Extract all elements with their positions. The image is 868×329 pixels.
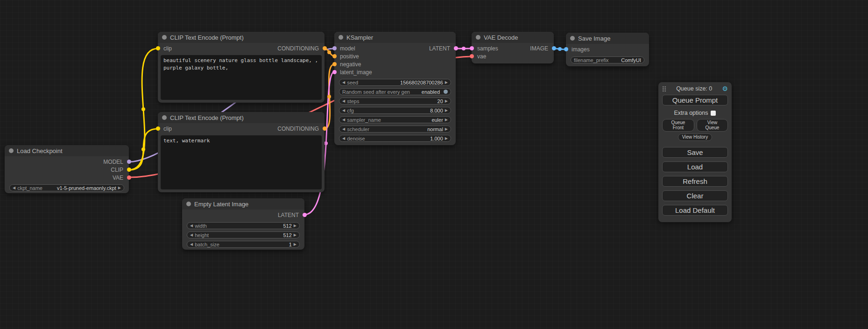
output-label-conditioning: CONDITIONING	[277, 126, 319, 132]
random-seed-toggle[interactable]: Random seed after every gen enabled	[339, 88, 451, 95]
positive-input-port[interactable]	[332, 54, 337, 58]
decrement-arrow-icon[interactable]: ◀	[342, 117, 345, 123]
decrement-arrow-icon[interactable]: ◀	[342, 135, 345, 142]
decrement-arrow-icon[interactable]: ◀	[190, 232, 193, 238]
collapse-dot-icon[interactable]	[339, 35, 343, 40]
settings-gear-icon[interactable]: ⚙	[722, 85, 728, 92]
increment-arrow-icon[interactable]: ▶	[294, 232, 296, 238]
model-output-port[interactable]	[127, 160, 131, 164]
batch-size-widget[interactable]: ◀ batch_size 1 ▶	[187, 241, 300, 248]
sampler-name-widget[interactable]: ◀ sampler_name euler ▶	[339, 116, 451, 123]
menu-drag-handle-icon[interactable]	[662, 86, 666, 92]
image-output-port[interactable]	[552, 46, 556, 50]
prompt-textarea[interactable]: text, watermark	[161, 135, 322, 189]
steps-widget[interactable]: ◀ steps 20 ▶	[339, 98, 451, 105]
images-input-port[interactable]	[564, 47, 568, 51]
view-history-button[interactable]: View History	[678, 133, 712, 141]
increment-arrow-icon[interactable]: ▶	[118, 185, 121, 191]
widget-value: v1-5-pruned-emaonly.ckpt	[57, 185, 116, 191]
decrement-arrow-icon[interactable]: ◀	[190, 223, 193, 229]
node-ksampler[interactable]: KSampler model LATENT positive negative …	[334, 32, 456, 145]
load-default-button[interactable]: Load Default	[662, 205, 728, 216]
load-button[interactable]: Load	[662, 161, 728, 172]
seed-widget[interactable]: ◀ seed 156680208700286 ▶	[339, 79, 451, 86]
clip-input-port[interactable]	[156, 126, 160, 131]
vae-output-port[interactable]	[127, 175, 131, 180]
increment-arrow-icon[interactable]: ▶	[445, 79, 448, 86]
increment-arrow-icon[interactable]: ▶	[294, 223, 296, 229]
queue-menu-panel: Queue size: 0 ⚙ Queue Prompt Extra optio…	[658, 82, 732, 222]
link-midpoint-dot	[462, 47, 466, 50]
latent-output-port[interactable]	[303, 213, 307, 217]
decrement-arrow-icon[interactable]: ◀	[342, 79, 345, 86]
collapse-dot-icon[interactable]	[476, 35, 480, 40]
decrement-arrow-icon[interactable]: ◀	[342, 107, 345, 114]
decrement-arrow-icon[interactable]: ◀	[13, 185, 15, 191]
clip-output-port[interactable]	[127, 168, 131, 172]
latent-output-port[interactable]	[454, 46, 458, 50]
queue-prompt-button[interactable]: Queue Prompt	[662, 95, 728, 105]
increment-arrow-icon[interactable]: ▶	[445, 107, 448, 114]
vae-input-port[interactable]	[470, 54, 474, 58]
widget-label: batch_size	[195, 241, 219, 248]
collapse-dot-icon[interactable]	[162, 115, 167, 120]
node-title-bar[interactable]: VAE Decode	[472, 32, 554, 43]
increment-arrow-icon[interactable]: ▶	[445, 126, 448, 133]
width-widget[interactable]: ◀ width 512 ▶	[187, 222, 300, 229]
input-label-images: images	[572, 46, 590, 53]
extra-options-checkbox[interactable]	[711, 111, 716, 116]
collapse-dot-icon[interactable]	[9, 148, 14, 153]
decrement-arrow-icon[interactable]: ◀	[342, 98, 345, 105]
refresh-button[interactable]: Refresh	[662, 176, 728, 187]
scheduler-widget[interactable]: ◀ scheduler normal ▶	[339, 126, 451, 133]
node-clip-text-encode-negative[interactable]: CLIP Text Encode (Prompt) clip CONDITION…	[158, 112, 325, 192]
node-clip-text-encode-positive[interactable]: CLIP Text Encode (Prompt) clip CONDITION…	[158, 32, 325, 103]
view-queue-button[interactable]: View Queue	[697, 119, 728, 132]
node-save-image[interactable]: Save Image images filename_prefix ComfyU…	[566, 33, 649, 66]
model-input-port[interactable]	[332, 46, 337, 50]
node-title-bar[interactable]: Save Image	[566, 33, 649, 44]
prompt-textarea[interactable]: beautiful scenery nature glass bottle la…	[161, 55, 322, 100]
collapse-dot-icon[interactable]	[186, 202, 191, 206]
filename-prefix-widget[interactable]: filename_prefix ComfyUI	[571, 56, 644, 63]
node-vae-decode[interactable]: VAE Decode samples IMAGE vae	[472, 32, 554, 63]
node-title-bar[interactable]: CLIP Text Encode (Prompt)	[158, 32, 325, 43]
node-title-bar[interactable]: Load Checkpoint	[5, 145, 129, 156]
queue-front-button[interactable]: Queue Front	[662, 119, 694, 132]
clip-input-port[interactable]	[156, 46, 160, 50]
toggle-knob[interactable]	[444, 90, 448, 94]
node-title-bar[interactable]: KSampler	[334, 32, 456, 43]
ckpt-name-widget[interactable]: ◀ ckpt_name v1-5-pruned-emaonly.ckpt ▶	[9, 184, 124, 191]
node-load-checkpoint[interactable]: Load Checkpoint MODEL CLIP VAE ◀ ckpt_na…	[5, 145, 129, 193]
node-title-bar[interactable]: Empty Latent Image	[182, 198, 304, 210]
decrement-arrow-icon[interactable]: ◀	[342, 126, 345, 133]
collapse-dot-icon[interactable]	[162, 35, 167, 40]
menu-header: Queue size: 0 ⚙	[662, 85, 728, 92]
widget-label: height	[195, 232, 209, 238]
save-button[interactable]: Save	[662, 147, 728, 158]
increment-arrow-icon[interactable]: ▶	[445, 135, 448, 142]
conditioning-output-port[interactable]	[323, 126, 327, 131]
output-label-latent: LATENT	[278, 212, 299, 218]
latent-image-input-port[interactable]	[332, 70, 337, 74]
node-empty-latent-image[interactable]: Empty Latent Image LATENT ◀ width 512 ▶ …	[182, 198, 304, 250]
cfg-widget[interactable]: ◀ cfg 8.000 ▶	[339, 107, 451, 114]
increment-arrow-icon[interactable]: ▶	[294, 241, 296, 248]
negative-input-port[interactable]	[332, 62, 337, 66]
samples-input-port[interactable]	[470, 46, 474, 50]
node-title: CLIP Text Encode (Prompt)	[170, 114, 244, 121]
height-widget[interactable]: ◀ height 512 ▶	[187, 231, 300, 238]
graph-canvas[interactable]: Load Checkpoint MODEL CLIP VAE ◀ ckpt_na…	[0, 0, 868, 329]
node-title-bar[interactable]: CLIP Text Encode (Prompt)	[158, 112, 325, 123]
slot-row: VAE	[5, 174, 129, 182]
increment-arrow-icon[interactable]: ▶	[445, 117, 448, 123]
link-midpoint-dot	[141, 147, 145, 151]
link-midpoint-dot	[141, 107, 145, 111]
conditioning-output-port[interactable]	[323, 46, 327, 50]
collapse-dot-icon[interactable]	[570, 36, 575, 41]
clear-button[interactable]: Clear	[662, 190, 728, 201]
slot-row: MODEL	[5, 158, 129, 166]
denoise-widget[interactable]: ◀ denoise 1.000 ▶	[339, 135, 451, 142]
increment-arrow-icon[interactable]: ▶	[445, 98, 448, 105]
decrement-arrow-icon[interactable]: ◀	[190, 241, 193, 248]
